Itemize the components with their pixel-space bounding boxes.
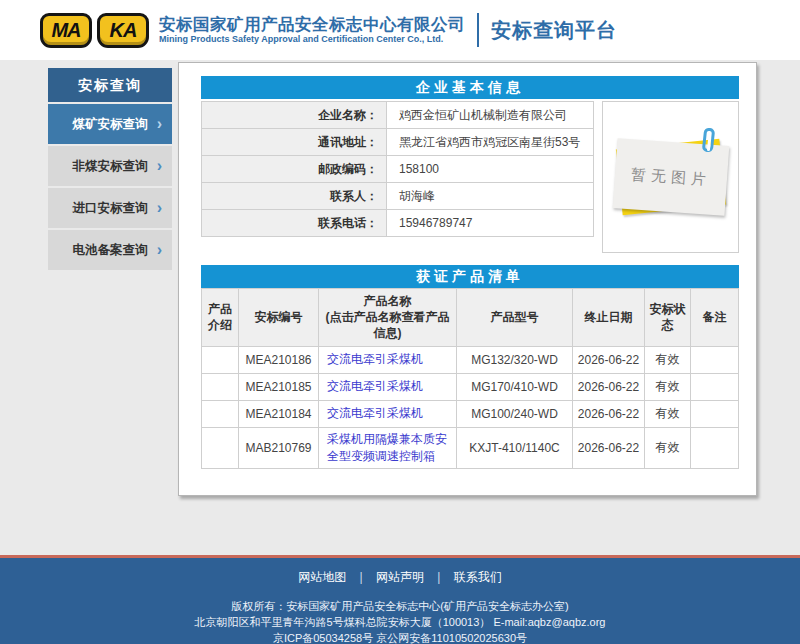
postcode-label: 邮政编码： [202,156,387,183]
chevron-right-icon: › [157,188,162,228]
no-image-placeholder: 暂无图片 [602,101,739,253]
product-model: MG170/410-WD [457,373,573,400]
product-note [691,427,739,468]
table-row: 联系人： 胡海峰 [202,183,594,210]
table-row: 通讯地址： 黑龙江省鸡西市鸡冠区南星街53号 [202,129,594,156]
phone-label: 联系电话： [202,210,387,237]
page: MA KA 安标国家矿用产品安全标志中心有限公司 Mining Products… [0,0,800,644]
org-name-en: Mining Products Safety Approval and Cert… [159,34,465,44]
product-intro-cell [202,373,239,400]
product-intro-cell [202,400,239,427]
main-panel: 企业基本信息 企业名称： 鸡西金恒矿山机械制造有限公司 通讯地址： 黑龙江省鸡西… [178,62,757,496]
products-header: 获证产品清单 [201,265,739,288]
sidebar-item-import-query[interactable]: 进口安标查询 › [48,188,172,228]
product-end-date: 2026-06-22 [573,373,645,400]
sidebar-item-coal-mine-query[interactable]: 煤矿安标查询 › [48,104,172,144]
product-code: MEA210184 [239,400,319,427]
chevron-right-icon: › [157,104,162,144]
ka-badge-icon: KA [97,13,149,48]
sidebar-item-label: 煤矿安标查询 [73,117,148,131]
company-info-section: 企业名称： 鸡西金恒矿山机械制造有限公司 通讯地址： 黑龙江省鸡西市鸡冠区南星街… [201,101,739,253]
col-product-name: 产品名称 (点击产品名称查看产品信息) [319,289,457,347]
col-end-date: 终止日期 [573,289,645,347]
sidebar-item-label: 进口安标查询 [73,201,148,215]
platform-title: 安标查询平台 [491,17,617,44]
company-name-label: 企业名称： [202,102,387,129]
table-header-row: 产品介绍 安标编号 产品名称 (点击产品名称查看产品信息) 产品型号 终止日期 … [202,289,739,347]
product-note [691,346,739,373]
ma-badge-icon: MA [40,13,92,48]
page-footer: 网站地图 | 网站声明 | 联系我们 版权所有：安标国家矿用产品安全标志中心(矿… [0,555,800,644]
postcode-value: 158100 [387,156,594,183]
products-table: 产品介绍 安标编号 产品名称 (点击产品名称查看产品信息) 产品型号 终止日期 … [201,288,739,469]
product-row: MEA210185 交流电牵引采煤机 MG170/410-WD 2026-06-… [202,373,739,400]
table-row: 联系电话： 15946789747 [202,210,594,237]
address-value: 黑龙江省鸡西市鸡冠区南星街53号 [387,129,594,156]
col-model: 产品型号 [457,289,573,347]
product-name-link[interactable]: 交流电牵引采煤机 [327,379,423,393]
org-title-block: 安标国家矿用产品安全标志中心有限公司 Mining Products Safet… [159,15,465,44]
product-code: MAB210769 [239,427,319,468]
footer-link-statement[interactable]: 网站声明 [376,570,424,584]
products-section: 获证产品清单 产品介绍 安标编号 产品名称 (点击产品名称查看产品信息) 产品型… [201,265,739,469]
contact-person-value: 胡海峰 [387,183,594,210]
company-name-value: 鸡西金恒矿山机械制造有限公司 [387,102,594,129]
product-code: MEA210185 [239,373,319,400]
col-mark-code: 安标编号 [239,289,319,347]
footer-link-sitemap[interactable]: 网站地图 [298,570,346,584]
contact-person-label: 联系人： [202,183,387,210]
sidebar-item-non-coal-query[interactable]: 非煤安标查询 › [48,146,172,186]
col-product-name-note: (点击产品名称查看产品信息) [321,309,454,341]
status-badge: 有效 [645,373,691,400]
chevron-right-icon: › [157,230,162,270]
product-intro-cell [202,427,239,468]
sidebar: 安标查询 煤矿安标查询 › 非煤安标查询 › 进口安标查询 › 电池备案查询 › [48,68,172,270]
footer-separator: | [437,570,440,584]
product-name-link[interactable]: 采煤机用隔爆兼本质安全型变频调速控制箱 [327,432,447,463]
footer-links: 网站地图 | 网站声明 | 联系我们 [0,569,800,586]
col-note: 备注 [691,289,739,347]
phone-value: 15946789747 [387,210,594,237]
col-status: 安标状态 [645,289,691,347]
footer-separator: | [360,570,363,584]
product-name-cell: 交流电牵引采煤机 [319,400,457,427]
status-badge: 有效 [645,427,691,468]
content-area: 安标查询 煤矿安标查询 › 非煤安标查询 › 进口安标查询 › 电池备案查询 ›… [0,60,800,555]
sidebar-item-label: 电池备案查询 [73,243,148,257]
product-end-date: 2026-06-22 [573,346,645,373]
product-note [691,400,739,427]
col-product-name-title: 产品名称 [321,293,454,309]
product-row: MEA210186 交流电牵引采煤机 MG132/320-WD 2026-06-… [202,346,739,373]
header-divider [477,13,479,47]
product-note [691,373,739,400]
company-info-header: 企业基本信息 [201,76,739,99]
sidebar-title: 安标查询 [48,68,172,102]
product-name-cell: 交流电牵引采煤机 [319,346,457,373]
footer-link-contact[interactable]: 联系我们 [454,570,502,584]
table-row: 企业名称： 鸡西金恒矿山机械制造有限公司 [202,102,594,129]
sidebar-item-battery-query[interactable]: 电池备案查询 › [48,230,172,270]
product-row: MEA210184 交流电牵引采煤机 MG100/240-WD 2026-06-… [202,400,739,427]
status-badge: 有效 [645,400,691,427]
product-intro-cell [202,346,239,373]
company-info-table: 企业名称： 鸡西金恒矿山机械制造有限公司 通讯地址： 黑龙江省鸡西市鸡冠区南星街… [201,101,594,237]
col-product-intro: 产品介绍 [202,289,239,347]
chevron-right-icon: › [157,146,162,186]
product-model: MG100/240-WD [457,400,573,427]
product-name-link[interactable]: 交流电牵引采煤机 [327,406,423,420]
footer-address: 北京朝阳区和平里青年沟路5号煤科总院安标大厦（100013） E-mail:aq… [0,614,800,630]
footer-copyright: 版权所有：安标国家矿用产品安全标志中心(矿用产品安全标志办公室) [0,598,800,614]
product-name-cell: 采煤机用隔爆兼本质安全型变频调速控制箱 [319,427,457,468]
maka-logo[interactable]: MA KA [40,13,149,48]
product-end-date: 2026-06-22 [573,427,645,468]
address-label: 通讯地址： [202,129,387,156]
product-model: KXJT-410/1140C [457,427,573,468]
top-header: MA KA 安标国家矿用产品安全标志中心有限公司 Mining Products… [0,0,800,60]
status-badge: 有效 [645,346,691,373]
product-end-date: 2026-06-22 [573,400,645,427]
product-code: MEA210186 [239,346,319,373]
footer-icp: 京ICP备05034258号 京公网安备11010502025630号 [0,630,800,644]
product-model: MG132/320-WD [457,346,573,373]
org-name-cn: 安标国家矿用产品安全标志中心有限公司 [159,15,465,34]
product-name-link[interactable]: 交流电牵引采煤机 [327,352,423,366]
